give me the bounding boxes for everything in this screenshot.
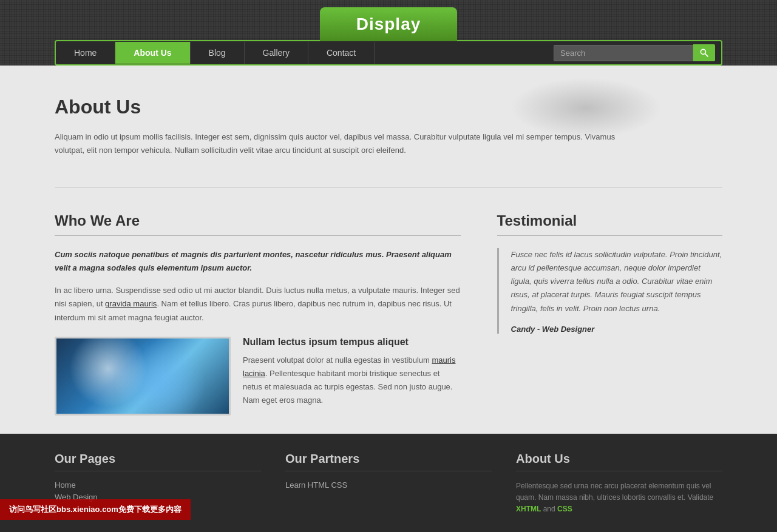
nav-links: Home About Us Blog Gallery Contact <box>56 42 548 64</box>
testimonial-author: Candy - Web Designer <box>511 325 722 334</box>
image-content-body: Praesent volutpat dolor at nulla egestas… <box>243 354 461 407</box>
logo-container: Display <box>320 7 458 41</box>
footer-partners-col: Our Partners Learn HTML CSS <box>285 452 492 516</box>
section-divider <box>55 187 722 188</box>
search-button[interactable] <box>693 44 715 61</box>
content-image <box>55 337 231 416</box>
svg-line-1 <box>705 54 708 57</box>
search-input[interactable] <box>554 45 693 61</box>
mauris-lacinia-link[interactable]: mauris lacinia <box>243 355 455 378</box>
content-image-inner <box>56 338 229 414</box>
hero-decorative <box>510 78 662 138</box>
two-col-layout: Who We Are Cum sociis natoque penatibus … <box>55 200 722 415</box>
css-link[interactable]: CSS <box>557 505 572 513</box>
testimonial-section: Fusce nec felis id lacus sollicitudin vu… <box>497 248 722 333</box>
footer-partners-title: Our Partners <box>285 452 492 471</box>
logo: Display <box>356 15 421 33</box>
testimonial-text: Fusce nec felis id lacus sollicitudin vu… <box>511 248 722 315</box>
who-we-are-bold: Cum sociis natoque penatibus et magnis d… <box>55 248 461 275</box>
image-content-title: Nullam lectus ipsum tempus aliquet <box>243 337 461 348</box>
header: Display Home About Us Blog Gallery Conta… <box>0 0 777 66</box>
footer-about-text: Pellentesque sed urna nec arcu placerat … <box>516 480 722 516</box>
and-text: and <box>541 505 557 513</box>
who-we-are-divider <box>55 235 461 236</box>
nav-about[interactable]: About Us <box>115 42 190 64</box>
watermark: 访问鸟写社区bbs.xieniao.com免费下载更多内容 <box>0 499 191 520</box>
testimonial-divider <box>497 235 722 236</box>
footer-about-col: About Us Pellentesque sed urna nec arcu … <box>516 452 722 516</box>
nav-bar: Home About Us Blog Gallery Contact <box>55 40 722 66</box>
left-column: Who We Are Cum sociis natoque penatibus … <box>55 212 461 415</box>
main-content: About Us Aliquam in odio ut ipsum mollis… <box>0 66 777 434</box>
nav-gallery[interactable]: Gallery <box>245 42 308 64</box>
nav-contact[interactable]: Contact <box>308 42 375 64</box>
nav-home[interactable]: Home <box>56 42 115 64</box>
gravida-mauris-link[interactable]: gravida mauris <box>105 299 157 308</box>
footer-link-home[interactable]: Home <box>55 480 261 490</box>
who-we-are-body: In ac libero urna. Suspendisse sed odio … <box>55 284 461 324</box>
who-we-are-title: Who We Are <box>55 212 461 229</box>
footer-about-body: Pellentesque sed urna nec arcu placerat … <box>516 482 713 502</box>
footer-about-title: About Us <box>516 452 722 471</box>
search-icon <box>699 48 709 58</box>
image-text-block: Nullam lectus ipsum tempus aliquet Praes… <box>55 337 461 416</box>
hero-section: About Us Aliquam in odio ut ipsum mollis… <box>55 84 722 175</box>
search-container <box>548 41 721 64</box>
nav-blog[interactable]: Blog <box>191 42 245 64</box>
testimonial-title: Testimonial <box>497 212 722 229</box>
footer-pages-title: Our Pages <box>55 452 261 471</box>
right-column: Testimonial Fusce nec felis id lacus sol… <box>497 212 722 415</box>
footer-link-learnhtml[interactable]: Learn HTML CSS <box>285 480 492 490</box>
svg-point-0 <box>701 49 705 54</box>
xhtml-link[interactable]: XHTML <box>516 505 541 513</box>
image-content-text: Nullam lectus ipsum tempus aliquet Praes… <box>243 337 461 407</box>
